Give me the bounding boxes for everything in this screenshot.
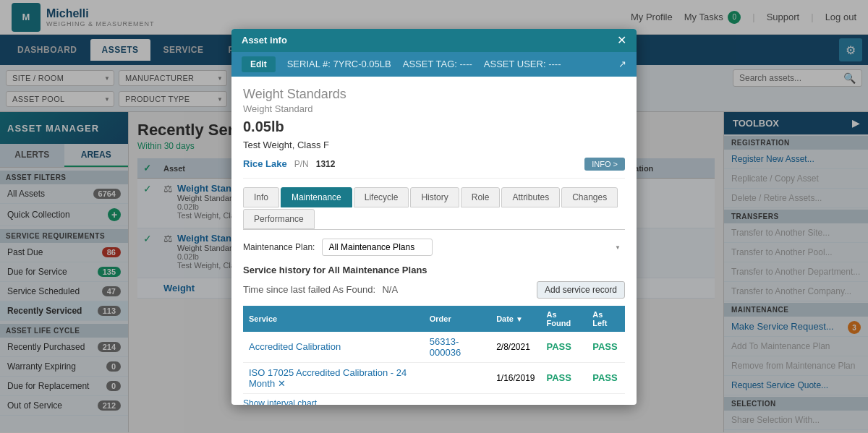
tab-history[interactable]: History [410,187,459,207]
svc-left-badge-1: PASS [592,341,617,352]
modal-asset-class: Test Weight, Class F [243,140,625,150]
show-interval-link[interactable]: Show interval chart [243,398,625,405]
svc-found-badge-2: PASS [547,372,571,383]
modal-body: Weight Standards Weight Standard 0.05lb … [231,77,637,405]
svc-date-1: 2/8/2021 [490,332,540,363]
svc-found-2: PASS [541,362,587,393]
svc-col-as-found: As Found [541,306,587,332]
svc-left-2: PASS [587,362,625,393]
brand-row: Rice Lake P/N 1312 INFO > [243,158,625,179]
asset-info-modal: Asset info ✕ Edit SERIAL #: 7YRC-0.05LB … [231,29,637,405]
modal-title: Asset info [242,35,287,46]
maintenance-plan-wrap[interactable]: All Maintenance Plans [322,239,625,256]
svc-service-link-2[interactable]: ISO 17025 Accredited Calibration - 24 Mo… [249,367,407,389]
svc-service-link-1[interactable]: Accredited Calibration [249,341,341,352]
svc-left-1: PASS [587,332,625,363]
modal-asset-type: Weight Standard [243,103,625,114]
svc-left-badge-2: PASS [592,372,617,383]
svc-col-date: Date ▼ [490,306,540,332]
svc-found-1: PASS [541,332,587,363]
modal-tabs: Info Maintenance Lifecycle History Role … [243,187,625,230]
service-history-title: Service history for All Maintenance Plan… [243,265,625,275]
tab-changes[interactable]: Changes [561,187,618,207]
tab-maintenance[interactable]: Maintenance [281,187,352,207]
tab-info[interactable]: Info [243,187,279,207]
edit-button[interactable]: Edit [242,56,276,72]
tab-role[interactable]: Role [461,187,501,207]
maintenance-plan-label: Maintenance Plan: [243,242,315,252]
svc-service-1: Accredited Calibration [243,332,424,363]
pn-value: 1312 [316,159,336,169]
svc-order-2 [424,362,490,393]
svc-found-badge-1: PASS [547,341,571,352]
modal-asset-weight: 0.05lb [243,119,625,135]
service-table: Service Order Date ▼ As Found As Left Ac… [243,306,625,394]
svc-col-service: Service [243,306,424,332]
modal-subheader: Edit SERIAL #: 7YRC-0.05LB ASSET TAG: --… [231,52,637,77]
pn-label: P/N [294,159,309,169]
modal-asset-name: Weight Standards [243,87,625,102]
modal-header: Asset info ✕ [231,29,637,52]
external-link-icon[interactable]: ↗ [618,59,626,69]
tab-attributes[interactable]: Attributes [501,187,560,207]
brand-name: Rice Lake [243,158,287,169]
maintenance-plan-select[interactable]: All Maintenance Plans [322,239,433,256]
svc-col-order: Order [424,306,490,332]
asset-user: ASSET USER: ---- [484,59,561,69]
service-row-2: ISO 17025 Accredited Calibration - 24 Mo… [243,362,625,393]
modal-overlay: Asset info ✕ Edit SERIAL #: 7YRC-0.05LB … [0,0,868,433]
tab-performance[interactable]: Performance [243,209,315,229]
info-button[interactable]: INFO > [584,158,625,171]
svc-col-as-left: As Left [587,306,625,332]
service-row-1: Accredited Calibration 56313-000036 2/8/… [243,332,625,363]
svc-service-2: ISO 17025 Accredited Calibration - 24 Mo… [243,362,424,393]
svc-date-2: 1/16/2019 [490,362,540,393]
asset-tag: ASSET TAG: ---- [403,59,472,69]
service-meta-text: Time since last failed As Found: N/A [243,284,398,295]
svc-order-link-1[interactable]: 56313-000036 [430,336,461,358]
serial-number: SERIAL #: 7YRC-0.05LB [287,59,391,69]
maintenance-plan-row: Maintenance Plan: All Maintenance Plans [243,239,625,256]
modal-close-button[interactable]: ✕ [617,35,626,46]
tab-lifecycle[interactable]: Lifecycle [354,187,409,207]
add-service-record-button[interactable]: Add service record [537,281,625,299]
service-meta: Time since last failed As Found: N/A Add… [243,281,625,299]
svc-order-1: 56313-000036 [424,332,490,363]
